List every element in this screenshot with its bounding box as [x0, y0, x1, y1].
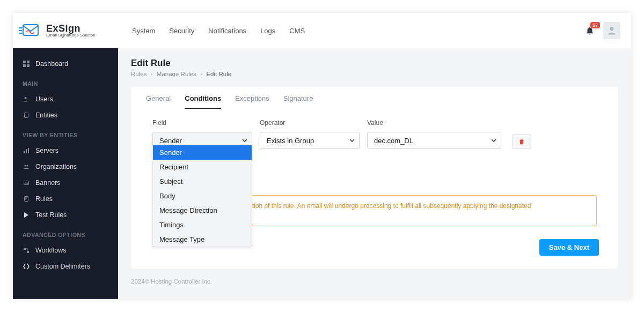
svg-point-15 [27, 165, 28, 167]
svg-point-9 [25, 97, 27, 99]
sidebar-item-servers[interactable]: Servers [13, 143, 118, 159]
workflows-icon [23, 247, 30, 254]
rules-icon [23, 195, 30, 203]
play-icon [23, 211, 30, 219]
sidebar-item-label: Test Rules [35, 211, 67, 219]
organizations-icon [23, 163, 30, 170]
tab-exceptions[interactable]: Exceptions [235, 94, 269, 109]
footer-text: 2024© Hosting Controller Inc. [118, 269, 631, 294]
value-select-value: dec.com_DL [374, 137, 413, 145]
sidebar-heading-main: MAIN [13, 72, 118, 91]
notifications-button[interactable]: 57 [585, 26, 595, 35]
breadcrumb-manage-rules[interactable]: Manage Rules [157, 71, 196, 77]
svg-rect-12 [26, 149, 27, 153]
save-next-button[interactable]: Save & Next [539, 239, 599, 256]
svg-rect-7 [23, 64, 26, 67]
field-option-subject[interactable]: Subject [153, 174, 252, 189]
svg-marker-20 [24, 212, 28, 218]
field-select-value: Sender [159, 137, 182, 145]
sidebar-item-label: Entities [35, 112, 57, 119]
operator-select-value: Exists in Group [267, 137, 314, 145]
nav-cms[interactable]: CMS [289, 27, 305, 35]
logo-icon [19, 23, 41, 39]
dashboard-icon [23, 60, 30, 68]
logo[interactable]: ExSign Email Signatures Solution [19, 23, 116, 39]
field-option-message-direction[interactable]: Message Direction [153, 203, 252, 218]
svg-rect-13 [28, 148, 29, 153]
svg-rect-8 [27, 64, 30, 67]
sidebar-item-test-rules[interactable]: Test Rules [13, 207, 118, 223]
top-nav: System Security Notifications Logs CMS [132, 27, 305, 35]
svg-point-14 [25, 165, 26, 167]
avatar[interactable] [603, 22, 620, 39]
svg-rect-11 [24, 151, 25, 153]
sidebar-item-label: Dashboard [35, 60, 68, 68]
tab-conditions[interactable]: Conditions [185, 94, 221, 109]
banners-icon [23, 179, 30, 187]
svg-rect-21 [24, 248, 26, 250]
rule-panel: General Conditions Exceptions Signature … [131, 87, 618, 269]
breadcrumb: Rules • Manage Rules • Edit Rule [131, 71, 618, 77]
nav-logs[interactable]: Logs [260, 27, 275, 35]
entities-icon [23, 112, 30, 119]
breadcrumb-current: Edit Rule [206, 71, 231, 77]
sidebar-item-label: Rules [35, 195, 53, 203]
sidebar-item-dashboard[interactable]: Dashboard [13, 56, 118, 72]
field-option-sender[interactable]: Sender [153, 145, 252, 160]
logo-tagline: Email Signatures Solution [46, 33, 96, 38]
value-select[interactable]: dec.com_DL [367, 132, 501, 149]
user-icon [606, 25, 617, 36]
chevron-down-icon [349, 139, 355, 142]
notifications-badge: 57 [590, 22, 600, 28]
sidebar-item-workflows[interactable]: Workflows [13, 242, 118, 258]
chevron-down-icon [242, 139, 247, 142]
tabs: General Conditions Exceptions Signature [131, 87, 618, 109]
nav-notifications[interactable]: Notifications [208, 27, 246, 35]
main-content: Edit Rule Rules • Manage Rules • Edit Ru… [118, 48, 631, 299]
svg-rect-10 [25, 113, 28, 118]
field-option-message-type[interactable]: Message Type [153, 232, 252, 247]
svg-rect-5 [23, 61, 26, 63]
sidebar-item-banners[interactable]: Banners [13, 175, 118, 191]
sidebar-item-label: Custom Delimiters [35, 263, 90, 270]
delimiters-icon [23, 263, 30, 270]
svg-point-4 [610, 27, 614, 31]
page-title: Edit Rule [131, 58, 618, 69]
servers-icon [23, 147, 30, 154]
delete-row-button[interactable] [512, 134, 531, 149]
sidebar-item-entities[interactable]: Entities [13, 107, 118, 123]
sidebar-item-label: Organizations [35, 163, 77, 170]
svg-rect-6 [27, 61, 30, 63]
sidebar-item-organizations[interactable]: Organizations [13, 159, 118, 175]
value-label: Value [367, 119, 501, 127]
topbar: ExSign Email Signatures Solution System … [13, 13, 631, 48]
chevron-down-icon [491, 139, 496, 142]
sidebar-item-rules[interactable]: Rules [13, 191, 118, 207]
field-label: Field [152, 119, 252, 127]
sidebar: Dashboard MAIN Users Entities VIEW BY EN… [13, 48, 118, 299]
sidebar-item-users[interactable]: Users [13, 91, 118, 107]
logo-brand: ExSign [46, 24, 96, 33]
users-icon [23, 95, 30, 103]
nav-system[interactable]: System [132, 27, 155, 35]
svg-rect-22 [27, 251, 29, 253]
sidebar-item-label: Banners [35, 179, 61, 187]
nav-security[interactable]: Security [169, 27, 194, 35]
field-option-timings[interactable]: Timings [153, 218, 252, 232]
operator-select[interactable]: Exists in Group [260, 132, 360, 149]
sidebar-item-label: Users [35, 95, 53, 103]
tab-signature[interactable]: Signature [283, 94, 313, 109]
field-dropdown: Sender Recipient Subject Body Message Di… [152, 145, 252, 247]
sidebar-heading-view: VIEW BY ENTITIES [13, 123, 118, 143]
field-option-body[interactable]: Body [153, 189, 252, 203]
tab-general[interactable]: General [146, 94, 171, 109]
sidebar-item-label: Workflows [35, 247, 66, 254]
sidebar-item-label: Servers [35, 147, 58, 154]
svg-rect-0 [23, 25, 38, 35]
sidebar-item-custom-delimiters[interactable]: Custom Delimiters [13, 258, 118, 274]
field-option-recipient[interactable]: Recipient [153, 160, 252, 174]
operator-label: Operator [260, 119, 360, 127]
breadcrumb-rules[interactable]: Rules [131, 71, 147, 77]
sidebar-heading-advanced: ADVANCED OPTIONS [13, 223, 118, 242]
trash-icon [518, 138, 525, 145]
